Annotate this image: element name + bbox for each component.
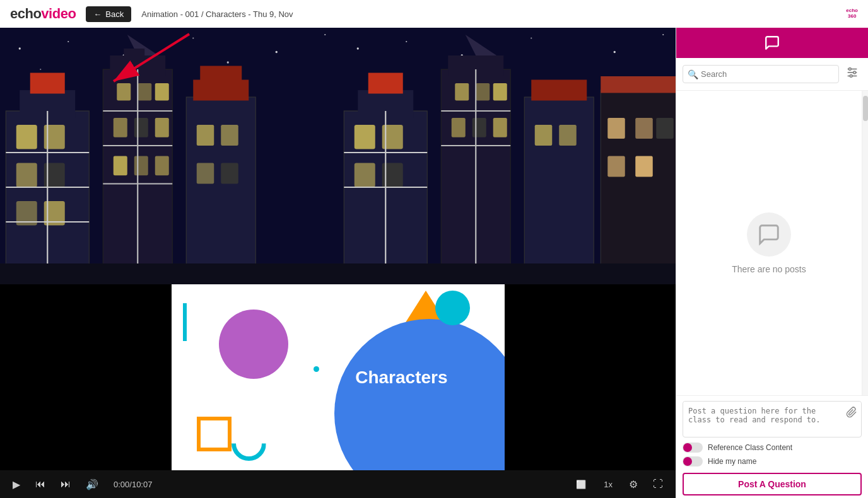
speed-label: 1x (604, 480, 613, 489)
svg-rect-69 (455, 83, 469, 101)
play-button[interactable]: ▶ (10, 476, 23, 493)
svg-rect-30 (155, 83, 169, 101)
teal-arc-shape (232, 426, 266, 461)
posts-content: There are no posts (676, 91, 862, 395)
svg-rect-80 (534, 125, 552, 146)
video-thumb-right (338, 28, 676, 284)
fullscreen-icon: ⛶ (653, 478, 663, 490)
post-input-area: Reference Class Content Hide my name Pos… (676, 395, 868, 498)
sidebar-tab-bar (676, 28, 868, 58)
svg-rect-27 (124, 49, 144, 62)
no-posts-speech-icon (757, 223, 781, 246)
attach-icon (846, 407, 857, 418)
svg-point-53 (531, 37, 532, 38)
svg-rect-59 (354, 125, 375, 149)
svg-rect-58 (368, 73, 402, 94)
svg-rect-89 (338, 263, 676, 284)
svg-rect-35 (134, 156, 148, 176)
svg-rect-34 (114, 156, 127, 176)
controls-bar: ▶ ⏮ ⏭ 🔊 0:00/10:07 ⬜ 1x ⚙ ⛶ (0, 470, 676, 498)
no-posts-text: There are no posts (732, 264, 806, 274)
screen-icon: ⬜ (576, 480, 586, 489)
back-button[interactable]: ← Back (86, 6, 131, 22)
forward-icon: ⏭ (61, 478, 71, 490)
back-arrow-icon: ← (93, 9, 102, 19)
settings-button[interactable]: ⚙ (626, 476, 640, 493)
rewind-button[interactable]: ⏮ (33, 476, 48, 492)
svg-point-51 (406, 41, 407, 42)
hide-name-toggle[interactable] (683, 456, 703, 466)
attach-button[interactable] (846, 407, 857, 420)
video-thumbnails (0, 28, 676, 284)
svg-rect-45 (221, 125, 238, 146)
svg-rect-83 (607, 118, 625, 139)
post-question-button[interactable]: Post A Question (683, 473, 862, 495)
chat-tab-button[interactable] (764, 35, 780, 51)
svg-rect-48 (0, 263, 338, 284)
sidebar-search-bar: 🔍 (676, 58, 868, 91)
post-textarea-wrap (683, 401, 862, 437)
logo-echo: echo (10, 6, 41, 22)
svg-rect-16 (16, 163, 37, 188)
svg-rect-31 (114, 118, 127, 137)
svg-rect-36 (155, 156, 169, 176)
teal-dot-shape (314, 366, 319, 372)
volume-button[interactable]: 🔊 (83, 476, 101, 493)
slide-title: Characters (355, 368, 447, 388)
slide-area: Characters (0, 284, 676, 470)
svg-rect-78 (524, 97, 594, 284)
svg-point-8 (324, 34, 326, 35)
svg-rect-81 (559, 125, 577, 146)
video-thumb-right-img (338, 28, 676, 284)
slide-panel: Characters (172, 284, 505, 470)
teal-line-shape (183, 303, 187, 341)
post-textarea[interactable] (683, 402, 861, 434)
search-input[interactable] (683, 65, 839, 83)
logo: echovideo (10, 6, 76, 22)
svg-point-4 (67, 41, 69, 42)
svg-rect-84 (635, 118, 653, 139)
main-content: Characters ▶ ⏮ ⏭ 🔊 0:00/10:07 ⬜ (0, 28, 868, 498)
svg-rect-46 (197, 163, 214, 184)
svg-point-55 (662, 34, 664, 35)
chat-icon (764, 35, 780, 51)
screen-mode-button[interactable]: ⬜ (572, 477, 590, 492)
speed-button[interactable]: 1x (600, 477, 616, 492)
fullscreen-button[interactable]: ⛶ (650, 476, 666, 492)
logo-video: video (41, 6, 76, 22)
svg-rect-29 (138, 83, 151, 101)
svg-point-50 (356, 47, 358, 49)
time-display: 0:00/10:07 (114, 480, 152, 489)
svg-rect-44 (197, 125, 214, 146)
svg-rect-87 (635, 156, 653, 177)
search-wrap: 🔍 (683, 65, 839, 83)
svg-rect-73 (472, 118, 486, 137)
svg-point-54 (613, 51, 615, 53)
scrollbar-track[interactable] (862, 91, 868, 395)
svg-rect-85 (656, 118, 674, 139)
svg-rect-71 (493, 83, 507, 101)
svg-point-10 (227, 61, 229, 63)
svg-rect-86 (607, 156, 625, 177)
teal-circle-shape (435, 291, 470, 325)
posts-scroll-container: There are no posts (676, 91, 868, 395)
svg-rect-28 (117, 83, 131, 101)
filter-button[interactable] (843, 63, 862, 85)
rewind-icon: ⏮ (35, 478, 45, 490)
reference-toggle-knob (683, 443, 692, 452)
sidebar: 🔍 (676, 28, 868, 498)
svg-rect-88 (601, 76, 676, 93)
forward-button[interactable]: ⏭ (58, 476, 73, 492)
svg-point-3 (19, 47, 21, 49)
filter-icon (845, 66, 859, 79)
volume-icon: 🔊 (86, 478, 98, 490)
breadcrumb: Animation - 001 / Characters - Thu 9, No… (141, 9, 293, 19)
settings-icon: ⚙ (629, 478, 638, 490)
svg-rect-70 (476, 83, 490, 101)
back-label: Back (105, 9, 124, 19)
svg-rect-74 (493, 118, 507, 137)
svg-point-9 (40, 69, 41, 70)
reference-toggle[interactable] (683, 443, 703, 453)
hide-name-toggle-knob (683, 457, 692, 466)
svg-rect-32 (134, 118, 148, 137)
